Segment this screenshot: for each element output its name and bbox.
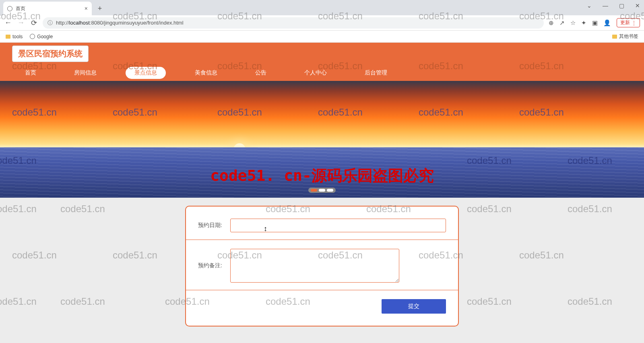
back-button[interactable]: ← (4, 19, 12, 27)
minimize-icon[interactable]: — (601, 2, 609, 9)
window-controls: ⌄ — ▢ ✕ (585, 2, 642, 9)
bookmark-google[interactable]: Google (30, 34, 53, 39)
maximize-icon[interactable]: ▢ (617, 2, 625, 9)
date-input[interactable] (230, 219, 446, 232)
share-icon[interactable]: ↗ (559, 19, 565, 27)
carousel-dot-1[interactable] (311, 189, 317, 192)
form-row-note: 预约备注: (186, 245, 458, 290)
note-label: 预约备注: (198, 262, 230, 269)
url-text: http://localhost:8080/jingquminsuyuyue/f… (56, 20, 184, 26)
carousel-dot-3[interactable] (327, 189, 333, 192)
submit-button[interactable]: 提交 (382, 299, 446, 314)
close-icon[interactable]: × (85, 5, 88, 12)
main-nav: 首页 房间信息 景点信息 美食信息 公告 个人中心 后台管理 (0, 65, 644, 81)
hero-carousel: code51. cn-源码乐园盗图必究 (0, 81, 644, 198)
carousel-indicators (308, 188, 336, 193)
date-label: 预约日期: (198, 222, 230, 229)
toolbar-extensions: ⊕ ↗ ☆ ✦ ▣ 👤 更新 ⋮ (549, 18, 640, 27)
bookmarks-bar: tools Google 其他书签 (0, 31, 644, 43)
url-input[interactable]: ⓘ http://localhost:8080/jingquminsuyuyue… (43, 17, 544, 29)
browser-tab-strip: 首页 × + ⌄ — ▢ ✕ (0, 0, 644, 15)
watermark: code51.cn (12, 250, 57, 261)
forward-button[interactable]: → (17, 19, 25, 27)
search-icon[interactable]: ⊕ (549, 19, 554, 27)
carousel-watermark: code51. cn-源码乐园盗图必究 (0, 165, 644, 186)
form-submit-row: 提交 (186, 295, 458, 314)
carousel-dot-2[interactable] (319, 189, 325, 192)
nav-announcement[interactable]: 公告 (246, 67, 275, 79)
extensions-icon[interactable]: ✦ (581, 19, 586, 27)
booking-form: 预约日期: 预约备注: 提交 (185, 206, 459, 326)
nav-admin[interactable]: 后台管理 (356, 67, 396, 79)
watermark: code51.cn (60, 203, 105, 215)
site-title: 景区民宿预约系统 (12, 45, 89, 62)
carousel-sky (0, 81, 644, 147)
nav-food-info[interactable]: 美食信息 (186, 67, 226, 79)
form-row-date: 预约日期: (186, 215, 458, 240)
watermark: code51.cn (568, 296, 612, 307)
nav-home[interactable]: 首页 (16, 67, 45, 79)
watermark: code51.cn (467, 296, 512, 307)
browser-tab[interactable]: 首页 × (3, 2, 92, 15)
watermark: code51.cn (0, 296, 37, 307)
folder-icon (612, 35, 617, 39)
folder-icon (6, 35, 10, 39)
site-header: 景区民宿预约系统 (0, 43, 644, 65)
watermark: code51.cn (568, 203, 612, 215)
globe-icon (7, 6, 12, 11)
watermark: code51.cn (113, 250, 157, 261)
watermark: code51.cn (519, 250, 564, 261)
watermark: code51.cn (467, 203, 512, 215)
update-button[interactable]: 更新 ⋮ (617, 18, 640, 27)
tab-title: 首页 (16, 5, 25, 12)
close-window-icon[interactable]: ✕ (634, 2, 642, 9)
nav-room-info[interactable]: 房间信息 (65, 67, 105, 79)
nav-scenic-info[interactable]: 景点信息 (126, 67, 166, 79)
watermark: code51.cn (0, 203, 37, 215)
site-info-icon[interactable]: ⓘ (47, 19, 53, 27)
reload-button[interactable]: ⟳ (30, 19, 38, 27)
watermark: code51.cn (60, 296, 105, 307)
profile-icon[interactable]: 👤 (603, 19, 611, 27)
new-tab-button[interactable]: + (94, 3, 105, 14)
star-icon[interactable]: ☆ (570, 19, 576, 27)
side-panel-icon[interactable]: ▣ (592, 19, 598, 27)
bookmark-tools[interactable]: tools (6, 34, 23, 39)
address-bar: ← → ⟳ ⓘ http://localhost:8080/jingqumins… (0, 15, 644, 31)
nav-user-center[interactable]: 个人中心 (295, 67, 336, 79)
globe-icon (30, 34, 35, 39)
bookmark-other[interactable]: 其他书签 (612, 33, 638, 40)
note-textarea[interactable] (230, 249, 399, 283)
chevron-down-icon[interactable]: ⌄ (585, 2, 593, 9)
